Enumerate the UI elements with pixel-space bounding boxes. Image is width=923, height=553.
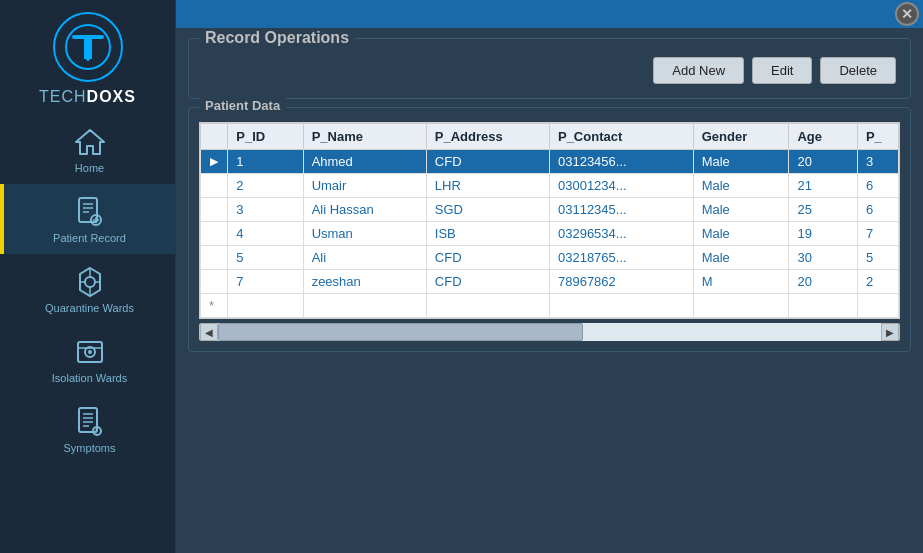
scroll-track[interactable] <box>218 323 881 341</box>
table-cell <box>857 294 898 318</box>
table-cell: SGD <box>426 198 549 222</box>
table-cell: 5 <box>228 246 303 270</box>
table-cell: 21 <box>789 174 857 198</box>
col-indicator <box>201 124 228 150</box>
table-cell: 2 <box>228 174 303 198</box>
table-cell: Male <box>693 246 789 270</box>
table-cell <box>228 294 303 318</box>
table-cell: Usman <box>303 222 426 246</box>
patient-table: P_ID P_Name P_Address P_Contact Gender A… <box>200 123 899 318</box>
table-cell: 19 <box>789 222 857 246</box>
table-row[interactable]: ▶1AhmedCFD03123456...Male203 <box>201 150 899 174</box>
table-cell <box>201 246 228 270</box>
table-cell <box>426 294 549 318</box>
sidebar-item-isolation-wards[interactable]: Isolation Wards <box>0 324 175 394</box>
symptoms-icon: ! <box>72 404 108 440</box>
sidebar-item-quarantine-wards-label: Quarantine Wards <box>45 302 134 314</box>
table-cell: 3 <box>857 150 898 174</box>
table-cell: Male <box>693 150 789 174</box>
table-cell: 03218765... <box>549 246 693 270</box>
table-cell: 3 <box>228 198 303 222</box>
col-pcontact: P_Contact <box>549 124 693 150</box>
table-cell: ▶ <box>201 150 228 174</box>
delete-button[interactable]: Delete <box>820 57 896 84</box>
sidebar-item-patient-record[interactable]: Patient Record <box>0 184 175 254</box>
table-cell: 30 <box>789 246 857 270</box>
table-cell <box>201 270 228 294</box>
record-operations-title: Record Operations <box>199 29 355 47</box>
horizontal-scrollbar[interactable]: ◀ ▶ <box>199 323 900 341</box>
add-new-button[interactable]: Add New <box>653 57 744 84</box>
edit-button[interactable]: Edit <box>752 57 812 84</box>
table-cell: Ali Hassan <box>303 198 426 222</box>
table-cell: 2 <box>857 270 898 294</box>
col-paddress: P_Address <box>426 124 549 150</box>
table-cell: 78967862 <box>549 270 693 294</box>
table-row[interactable]: 7zeeshanCFD78967862M202 <box>201 270 899 294</box>
table-cell: Ali <box>303 246 426 270</box>
table-cell: CFD <box>426 246 549 270</box>
sidebar-item-patient-record-label: Patient Record <box>53 232 126 244</box>
table-cell <box>549 294 693 318</box>
table-cell: Male <box>693 174 789 198</box>
svg-rect-6 <box>79 198 97 222</box>
svg-point-5 <box>86 57 90 61</box>
table-cell: 03123456... <box>549 150 693 174</box>
close-button[interactable]: ✕ <box>895 2 919 26</box>
table-cell: 03296534... <box>549 222 693 246</box>
col-extra: P_ <box>857 124 898 150</box>
table-row[interactable]: 5AliCFD03218765...Male305 <box>201 246 899 270</box>
patient-data-panel: Patient Data P_ID P_Name P_Address P_Con… <box>188 107 911 352</box>
table-row[interactable]: 2UmairLHR03001234...Male216 <box>201 174 899 198</box>
table-cell <box>303 294 426 318</box>
table-cell: CFD <box>426 150 549 174</box>
table-cell: zeeshan <box>303 270 426 294</box>
sidebar-item-symptoms[interactable]: ! Symptoms <box>0 394 175 464</box>
table-row[interactable]: 3Ali HassanSGD03112345...Male256 <box>201 198 899 222</box>
logo-area: TECHDOXS <box>39 0 136 114</box>
data-table-wrapper: P_ID P_Name P_Address P_Contact Gender A… <box>199 122 900 319</box>
scroll-right-button[interactable]: ▶ <box>881 323 899 341</box>
table-cell: Ahmed <box>303 150 426 174</box>
sidebar-item-symptoms-label: Symptoms <box>64 442 116 454</box>
table-cell: 5 <box>857 246 898 270</box>
home-icon <box>72 124 108 160</box>
table-cell: Male <box>693 222 789 246</box>
table-cell: CFD <box>426 270 549 294</box>
operations-buttons: Add New Edit Delete <box>203 49 896 84</box>
table-cell: 20 <box>789 270 857 294</box>
svg-point-4 <box>100 35 104 39</box>
table-cell: 6 <box>857 198 898 222</box>
col-pname: P_Name <box>303 124 426 150</box>
table-cell: M <box>693 270 789 294</box>
sidebar-item-quarantine-wards[interactable]: Quarantine Wards <box>0 254 175 324</box>
scroll-thumb[interactable] <box>218 323 583 341</box>
table-cell: 7 <box>857 222 898 246</box>
svg-point-3 <box>72 35 76 39</box>
quarantine-wards-icon <box>72 264 108 300</box>
table-cell <box>789 294 857 318</box>
sidebar: TECHDOXS Home Patient Record Quarantine … <box>0 0 176 553</box>
table-cell <box>201 198 228 222</box>
table-cell <box>201 174 228 198</box>
table-cell <box>201 222 228 246</box>
svg-point-16 <box>88 350 92 354</box>
table-cell: Umair <box>303 174 426 198</box>
table-cell: 20 <box>789 150 857 174</box>
logo-circle <box>53 12 123 82</box>
table-cell: LHR <box>426 174 549 198</box>
col-gender: Gender <box>693 124 789 150</box>
table-cell: 03112345... <box>549 198 693 222</box>
main-content: ✕ Record Operations Add New Edit Delete … <box>176 0 923 553</box>
table-cell: 25 <box>789 198 857 222</box>
patient-record-icon <box>72 194 108 230</box>
table-cell: * <box>201 294 228 318</box>
scroll-left-button[interactable]: ◀ <box>200 323 218 341</box>
table-new-row[interactable]: * <box>201 294 899 318</box>
col-age: Age <box>789 124 857 150</box>
table-cell: 03001234... <box>549 174 693 198</box>
table-cell: 7 <box>228 270 303 294</box>
sidebar-item-home[interactable]: Home <box>0 114 175 184</box>
logo-icon <box>64 23 112 71</box>
table-row[interactable]: 4UsmanISB03296534...Male197 <box>201 222 899 246</box>
